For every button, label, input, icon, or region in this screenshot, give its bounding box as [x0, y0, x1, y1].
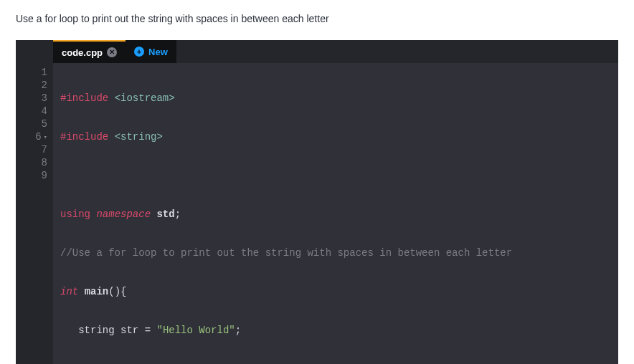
code-line: #include <string> [60, 130, 611, 143]
tab-bar: code.cpp ✕ + New [16, 40, 618, 63]
tab-new[interactable]: + New [126, 40, 176, 63]
code-line: #include <iostream> [60, 92, 611, 105]
line-number: 4 [26, 105, 47, 118]
code-line: using namespace std; [60, 208, 611, 221]
code-line: string str = "Hello World"; [60, 324, 611, 337]
editor-body[interactable]: 1 2 3 4 5 6 7 8 9 #include <iostream> #i… [16, 63, 618, 364]
line-number-fold[interactable]: 6 [26, 130, 47, 143]
tab-new-label: New [148, 47, 168, 57]
code-area[interactable]: #include <iostream> #include <string> us… [53, 63, 618, 364]
tab-label: code.cpp [62, 47, 103, 58]
close-icon[interactable]: ✕ [107, 47, 117, 57]
line-number: 8 [26, 156, 47, 169]
line-number: 3 [26, 92, 47, 105]
plus-icon: + [134, 47, 144, 57]
code-editor: code.cpp ✕ + New 1 2 3 4 5 6 7 8 9 #incl… [16, 40, 618, 364]
code-line [60, 169, 611, 182]
tab-active-file[interactable]: code.cpp ✕ [53, 40, 126, 63]
code-line: //Use a for loop to print out the string… [60, 246, 611, 259]
instruction-text: Use a for loop to print out the string w… [16, 13, 618, 24]
line-number: 9 [26, 169, 47, 182]
line-number: 7 [26, 143, 47, 156]
line-number-gutter: 1 2 3 4 5 6 7 8 9 [16, 63, 53, 364]
line-number: 2 [26, 79, 47, 92]
code-line: int main(){ [60, 285, 611, 298]
line-number: 1 [26, 66, 47, 79]
line-number: 5 [26, 118, 47, 130]
